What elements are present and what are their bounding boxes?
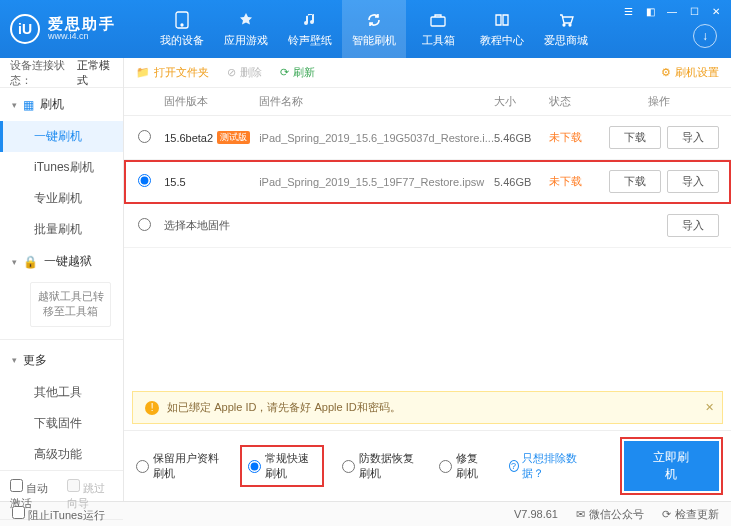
mode-repair[interactable]: 修复刷机 [439,451,489,481]
download-button[interactable]: 下载 [609,170,661,193]
nav-flash[interactable]: 智能刷机 [342,0,406,58]
maximize-icon[interactable]: ☐ [685,4,703,18]
menu-icon[interactable]: ☰ [619,4,637,18]
caret-down-icon: ▾ [12,100,17,110]
phone-icon [173,11,191,29]
firmware-radio[interactable] [138,174,151,187]
refresh-button[interactable]: ⟳刷新 [280,65,315,80]
connection-status: 设备连接状态：正常模式 [0,58,123,88]
caret-down-icon: ▾ [12,257,17,267]
folder-icon: 📁 [136,66,150,79]
mode-anti-recovery[interactable]: 防数据恢复刷机 [342,451,419,481]
delete-icon: ⊘ [227,66,236,79]
skin-icon[interactable]: ◧ [641,4,659,18]
minimize-icon[interactable]: — [663,4,681,18]
gear-icon: ⚙ [661,66,671,79]
firmware-row[interactable]: 15.5 iPad_Spring_2019_15.5_19F77_Restore… [124,160,731,204]
wechat-link[interactable]: ✉微信公众号 [576,507,644,522]
firmware-name: iPad_Spring_2019_15.6_19G5037d_Restore.i… [259,132,494,144]
firmware-radio[interactable] [138,130,151,143]
logo-icon: iU [10,14,40,44]
nav-toolbox[interactable]: 工具箱 [406,0,470,58]
app-icon [237,11,255,29]
block-itunes-checkbox[interactable]: 阻止iTunes运行 [12,506,105,523]
table-header: 固件版本 固件名称 大小 状态 操作 [124,88,731,116]
sidebar-item-other-tools[interactable]: 其他工具 [0,377,123,408]
version-label: V7.98.61 [514,508,558,520]
nav-tutorials[interactable]: 教程中心 [470,0,534,58]
flash-settings-button[interactable]: ⚙刷机设置 [661,65,719,80]
flash-now-button[interactable]: 立即刷机 [624,441,719,491]
firmware-radio[interactable] [138,218,151,231]
app-logo: iU 爱思助手 www.i4.cn [10,14,150,44]
check-update-link[interactable]: ⟳检查更新 [662,507,719,522]
nav-my-device[interactable]: 我的设备 [150,0,214,58]
svg-point-4 [569,24,571,26]
firmware-row[interactable]: 15.6beta2测试版 iPad_Spring_2019_15.6_19G50… [124,116,731,160]
cart-icon [557,11,575,29]
nav-apps[interactable]: 应用游戏 [214,0,278,58]
svg-point-3 [563,24,565,26]
exclude-data-link[interactable]: ?只想排除数据？ [509,451,584,481]
local-firmware-row[interactable]: 选择本地固件 导入 [124,204,731,248]
sidebar-group-jailbreak[interactable]: ▾ 🔒 一键越狱 [0,245,123,278]
close-icon[interactable]: ✕ [707,4,725,18]
music-icon [301,11,319,29]
toolbox-icon [429,11,447,29]
refresh-icon: ⟳ [280,66,289,79]
nav-store[interactable]: 爱思商城 [534,0,598,58]
delete-button: ⊘删除 [227,65,262,80]
close-warning-icon[interactable]: ✕ [705,401,714,414]
import-button[interactable]: 导入 [667,214,719,237]
help-icon: ? [509,460,519,472]
firmware-status: 未下载 [549,130,599,145]
download-button[interactable]: 下载 [609,126,661,149]
firmware-size: 5.46GB [494,176,549,188]
sidebar-group-flash[interactable]: ▾ ▦ 刷机 [0,88,123,121]
sidebar-group-more[interactable]: ▾ 更多 [0,344,123,377]
refresh-icon [365,11,383,29]
sidebar-item-pro-flash[interactable]: 专业刷机 [0,183,123,214]
import-button[interactable]: 导入 [667,126,719,149]
brand-url: www.i4.cn [48,32,116,42]
import-button[interactable]: 导入 [667,170,719,193]
mode-normal-fast[interactable]: 常规快速刷机 [242,447,322,485]
firmware-name: iPad_Spring_2019_15.5_19F77_Restore.ipsw [259,176,494,188]
download-manager-icon[interactable]: ↓ [693,24,717,48]
update-icon: ⟳ [662,508,671,521]
appleid-warning: ! 如已绑定 Apple ID，请先备好 Apple ID和密码。 ✕ [132,391,723,424]
lock-icon: 🔒 [23,255,38,269]
warning-icon: ! [145,401,159,415]
beta-tag: 测试版 [217,131,250,144]
caret-down-icon: ▾ [12,355,17,365]
nav-ringtones[interactable]: 铃声壁纸 [278,0,342,58]
jailbreak-moved-note: 越狱工具已转移至工具箱 [30,282,111,327]
sidebar-item-download-firmware[interactable]: 下载固件 [0,408,123,439]
svg-rect-2 [431,17,445,26]
book-icon [493,11,511,29]
open-folder-button[interactable]: 📁打开文件夹 [136,65,209,80]
flash-group-icon: ▦ [23,98,34,112]
mode-keep-data[interactable]: 保留用户资料刷机 [136,451,222,481]
sidebar-item-oneclick-flash[interactable]: 一键刷机 [0,121,123,152]
firmware-status: 未下载 [549,174,599,189]
sidebar-item-itunes-flash[interactable]: iTunes刷机 [0,152,123,183]
svg-point-1 [181,24,183,26]
firmware-size: 5.46GB [494,132,549,144]
sidebar-item-batch-flash[interactable]: 批量刷机 [0,214,123,245]
brand-name: 爱思助手 [48,16,116,33]
sidebar-item-advanced[interactable]: 高级功能 [0,439,123,470]
wechat-icon: ✉ [576,508,585,521]
